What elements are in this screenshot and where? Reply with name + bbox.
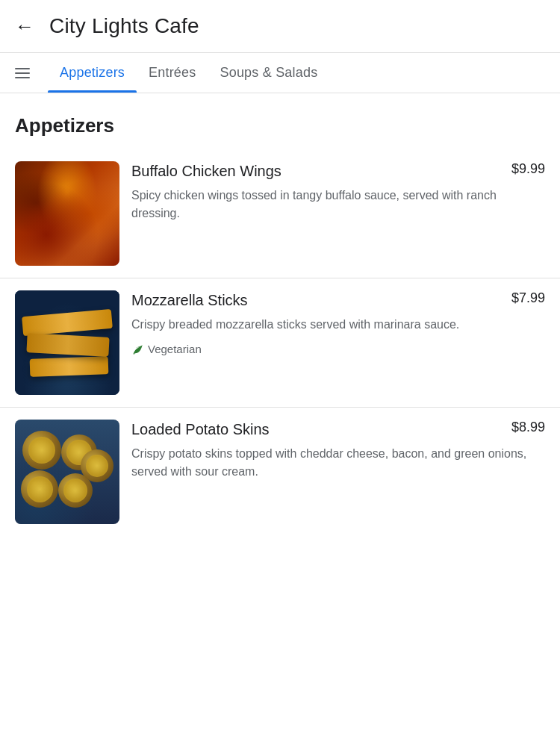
leaf-icon: [131, 343, 143, 355]
tab-entrees[interactable]: Entrées: [137, 53, 208, 93]
back-button[interactable]: ←: [12, 13, 37, 39]
menu-item-potato-skins[interactable]: Loaded Potato Skins $8.99 Crispy potato …: [0, 408, 560, 536]
menu-line-2: [15, 72, 30, 74]
mozzarella-sticks-photo: [15, 290, 119, 395]
menu-list: Buffalo Chicken Wings $9.99 Spicy chicke…: [0, 149, 560, 536]
item-image-buffalo-wings: [15, 161, 119, 266]
menu-icon[interactable]: [12, 56, 33, 90]
vegetarian-label: Vegetarian: [148, 343, 202, 355]
page-title: City Lights Cafe: [49, 14, 199, 38]
tab-soups-salads[interactable]: Soups & Salads: [208, 53, 329, 93]
potato-1: [22, 431, 61, 470]
potato-5: [81, 449, 113, 482]
header: ← City Lights Cafe: [0, 0, 560, 53]
potato-3: [21, 470, 58, 508]
nav-tabs: Appetizers Entrées Soups & Salads: [0, 53, 560, 93]
item-header-mozzarella-sticks: Mozzarella Sticks $7.99: [131, 290, 545, 310]
item-details-mozzarella-sticks: Mozzarella Sticks $7.99 Crispy breaded m…: [131, 290, 545, 358]
item-description-potato-skins: Crispy potato skins topped with cheddar …: [131, 445, 545, 481]
menu-item-buffalo-wings[interactable]: Buffalo Chicken Wings $9.99 Spicy chicke…: [0, 149, 560, 278]
menu-line-1: [15, 68, 30, 69]
item-header-buffalo-wings: Buffalo Chicken Wings $9.99: [131, 161, 545, 181]
item-image-mozzarella-sticks: [15, 290, 119, 395]
item-description-buffalo-wings: Spicy chicken wings tossed in tangy buff…: [131, 187, 545, 222]
item-price-buffalo-wings: $9.99: [511, 161, 545, 177]
mozz-stick-3: [30, 356, 109, 377]
back-arrow-icon: ←: [15, 16, 34, 36]
item-image-potato-skins: [15, 420, 119, 524]
item-description-mozzarella-sticks: Crispy breaded mozzarella sticks served …: [131, 316, 545, 334]
item-details-potato-skins: Loaded Potato Skins $8.99 Crispy potato …: [131, 420, 545, 487]
item-price-mozzarella-sticks: $7.99: [511, 290, 545, 306]
menu-line-3: [15, 77, 30, 78]
item-price-potato-skins: $8.99: [511, 420, 545, 435]
item-name-potato-skins: Loaded Potato Skins: [131, 420, 505, 439]
vegetarian-badge: Vegetarian: [131, 343, 202, 355]
item-details-buffalo-wings: Buffalo Chicken Wings $9.99 Spicy chicke…: [131, 161, 545, 228]
item-name-buffalo-wings: Buffalo Chicken Wings: [131, 161, 505, 181]
section-title: Appetizers: [0, 93, 560, 149]
potato-skins-photo: [15, 420, 119, 524]
buffalo-wings-photo: [15, 161, 119, 266]
tab-appetizers[interactable]: Appetizers: [48, 53, 137, 93]
item-header-potato-skins: Loaded Potato Skins $8.99: [131, 420, 545, 439]
item-name-mozzarella-sticks: Mozzarella Sticks: [131, 290, 505, 310]
menu-item-mozzarella-sticks[interactable]: Mozzarella Sticks $7.99 Crispy breaded m…: [0, 278, 560, 408]
